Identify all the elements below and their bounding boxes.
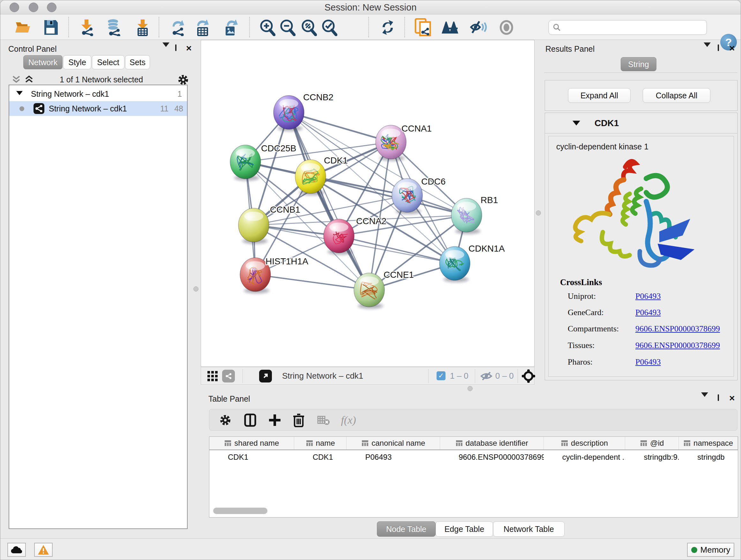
table-panel: Table Panel × f(x) shared namenamecanoni… [205,392,739,532]
tab-sets[interactable]: Sets [125,55,150,69]
network-share-icon[interactable] [222,370,235,382]
export-network-icon[interactable] [169,18,188,37]
hidden-eye-icon[interactable] [480,371,493,382]
table-cell[interactable]: stringdb [679,450,738,464]
collection-label: String Network – cdk1 [31,89,109,99]
panel-close-icon[interactable]: × [186,45,192,51]
column-header-database-identifier[interactable]: database identifier [440,437,544,449]
tab-select[interactable]: Select [92,55,125,69]
show-graphics-details-icon[interactable] [497,18,516,37]
node-count: 11 [160,104,169,113]
table-cell[interactable]: stringdb:9... [625,450,679,464]
network-graph[interactable]: CCNB2CCNA1CDC25BCDK1CDC6RB1CCNB1CCNA2CDK… [201,40,535,367]
toolbar-separator [68,17,69,37]
gene-collapse-icon[interactable] [572,121,580,125]
network-row-selected[interactable]: String Network – cdk1 11 48 [9,101,187,116]
column-header-namespace[interactable]: namespace [679,437,738,449]
crosslinks-title: CrossLinks [560,277,602,287]
panel-menu-icon[interactable] [162,47,170,53]
zoom-in-icon[interactable] [258,18,277,37]
table-cell[interactable]: cyclin-dependent ... [544,450,625,464]
table-cell[interactable]: P06493 [347,450,441,464]
crosslink-link[interactable]: P06493 [635,357,661,367]
open-file-icon[interactable] [14,18,33,37]
import-network-file-icon[interactable] [77,18,96,37]
refresh-icon[interactable] [378,18,397,37]
tab-network[interactable]: Network [23,55,63,69]
network-edge[interactable] [255,274,369,290]
panel-menu-icon[interactable] [701,397,708,402]
crosslink-label: Uniprot: [568,292,596,301]
table-cell[interactable]: CDK1 [209,450,294,464]
warnings-button[interactable] [34,543,53,557]
gene-section-header[interactable]: CDK1 [545,113,737,133]
crosslink-link[interactable]: 9606.ENSP00000378699 [635,324,720,334]
horizontal-scrollbar[interactable] [213,508,267,514]
crosslink-link[interactable]: P06493 [635,292,661,301]
column-header-name[interactable]: name [294,437,347,449]
network-canvas[interactable]: CCNB2CCNA1CDC25BCDK1CDC6RB1CCNB1CCNA2CDK… [201,40,535,367]
gene-description: cyclin-dependent kinase 1 [556,142,649,151]
network-edge[interactable] [289,112,391,142]
column-header-description[interactable]: description [544,437,625,449]
collapse-all-icon[interactable] [11,74,21,85]
right-splitter-handle[interactable] [536,210,541,215]
tab-node-table[interactable]: Node Table [377,521,435,537]
table-cell[interactable]: CDK1 [294,450,347,464]
left-splitter-handle[interactable] [193,287,199,292]
column-header-shared-name[interactable]: shared name [209,437,294,449]
grid-view-icon[interactable] [207,370,218,383]
gene-name: CDK1 [595,118,619,128]
edge-count: 48 [174,104,183,113]
memory-button[interactable]: Memory [687,543,734,557]
search-input[interactable] [563,23,701,32]
network-edge[interactable] [339,236,455,263]
collection-expand-icon[interactable] [16,91,23,95]
save-session-icon[interactable] [41,18,60,37]
table-row[interactable]: CDK1CDK1P064939606.ENSP00000378699cyclin… [209,450,738,464]
tab-style[interactable]: Style [63,55,91,69]
panel-float-icon[interactable] [718,45,719,51]
import-table-file-icon[interactable] [133,18,152,37]
toolbar-separator [404,17,405,37]
network-collection-row[interactable]: String Network – cdk1 1 [9,86,187,101]
hide-selected-icon[interactable] [469,18,488,37]
export-image-icon[interactable] [222,18,241,37]
panel-menu-icon[interactable] [704,47,711,53]
table-settings-gear-icon[interactable] [216,411,234,429]
panel-float-icon[interactable] [718,395,719,401]
open-in-window-icon[interactable] [259,370,272,382]
panel-float-icon[interactable] [175,45,177,51]
panel-close-icon[interactable]: × [729,45,735,51]
zoom-fit-icon[interactable] [299,18,318,37]
open-session-clipboard-icon[interactable] [413,18,432,37]
zoom-out-icon[interactable] [278,18,297,37]
delete-table-icon[interactable] [315,411,333,429]
panel-close-icon[interactable]: × [729,395,735,401]
add-column-icon[interactable] [266,411,284,429]
bottom-splitter-handle[interactable] [468,386,473,391]
delete-column-trash-icon[interactable] [290,411,308,429]
collapse-all-button[interactable]: Collapse All [643,88,711,103]
birdseye-view-icon[interactable] [441,18,460,37]
tab-string[interactable]: String [621,57,657,71]
toolbar-search [549,20,707,35]
function-builder-icon[interactable]: f(x) [340,411,357,429]
tab-network-table[interactable]: Network Table [493,521,564,537]
crosslink-link[interactable]: P06493 [635,308,661,317]
cloud-button[interactable] [7,543,26,557]
zoom-selected-icon[interactable] [320,18,339,37]
table-cell[interactable]: 9606.ENSP00000378699 [440,450,544,464]
expand-all-icon[interactable] [24,74,34,85]
selected-checkbox-icon[interactable]: ✓ [436,371,446,380]
export-table-icon[interactable] [193,18,212,37]
tab-edge-table[interactable]: Edge Table [435,521,493,537]
column-header-canonical-name[interactable]: canonical name [347,437,440,449]
birdseye-toggle-icon[interactable] [522,369,536,384]
viewbar-separator [518,369,518,383]
crosslink-link[interactable]: 9606.ENSP00000378699 [635,341,720,350]
show-columns-icon[interactable] [241,411,259,429]
expand-all-button[interactable]: Expand All [568,88,630,103]
column-header--id[interactable]: @id [625,437,679,449]
import-network-database-icon[interactable] [104,18,123,37]
